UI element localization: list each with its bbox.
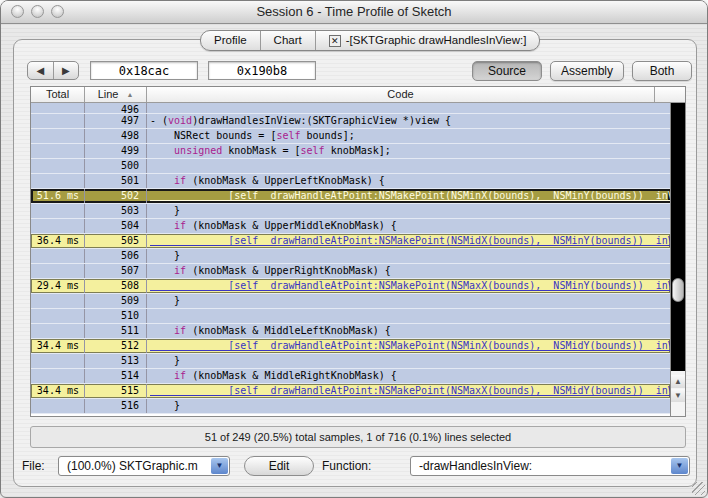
tab-code-browser[interactable]: ✕ -[SKTGraphic drawHandlesInView:] [316, 31, 540, 50]
code-cell: } [147, 204, 670, 218]
code-cell [147, 309, 670, 323]
both-view-button[interactable]: Both [632, 61, 692, 81]
total-cell [31, 204, 85, 218]
code-cell: if (knobMask & MiddleLeftKnobMask) { [147, 324, 670, 338]
tab-profile[interactable]: Profile [201, 31, 261, 50]
code-cell: NSRect bounds = [self bounds]; [147, 129, 670, 143]
table-row[interactable]: 516 } [31, 399, 670, 414]
total-cell [31, 103, 85, 113]
minimize-window-icon[interactable] [31, 5, 44, 18]
table-row[interactable]: 499 unsigned knobMask = [self knobMask]; [31, 144, 670, 159]
resize-grip[interactable] [692, 482, 705, 495]
total-cell [31, 129, 85, 143]
total-cell [31, 264, 85, 278]
line-cell: 501 [85, 174, 147, 188]
code-table-header: Total Line▲ Code [31, 87, 685, 103]
column-header-scrollbar-cap [655, 87, 685, 102]
table-row[interactable]: 510 [31, 309, 670, 324]
table-row[interactable]: 503 } [31, 204, 670, 219]
assembly-view-label: Assembly [561, 64, 613, 78]
table-row[interactable]: 496 [31, 103, 670, 114]
file-popup-arrow-icon: ▼ [211, 458, 228, 474]
line-cell: 505 [85, 234, 147, 248]
code-cell: [self drawHandleAtPoint:NSMakePoint(NSMi… [147, 339, 670, 353]
code-cell: } [147, 249, 670, 263]
content-panel: ◀ ▶ Source Assembly Both Total Line▲ Cod… [13, 39, 697, 487]
close-window-icon[interactable] [11, 5, 24, 18]
table-row[interactable]: 507 if (knobMask & UpperRightKnobMask) { [31, 264, 670, 279]
forward-button[interactable]: ▶ [54, 62, 79, 79]
line-cell: 516 [85, 399, 147, 413]
line-cell: 496 [85, 103, 147, 113]
vertical-scrollbar[interactable]: ▲ ▼ [670, 103, 685, 416]
table-row[interactable]: 514 if (knobMask & MiddleRightKnobMask) … [31, 369, 670, 384]
edit-button[interactable]: Edit [244, 456, 314, 476]
scrollbar-thumb[interactable] [672, 278, 684, 302]
total-cell [31, 324, 85, 338]
table-row[interactable]: 36.4 ms505 [self drawHandleAtPoint:NSMak… [31, 234, 670, 249]
tab-profile-label: Profile [214, 31, 247, 50]
line-cell: 498 [85, 129, 147, 143]
code-cell: unsigned knobMask = [self knobMask]; [147, 144, 670, 158]
code-cell: [self drawHandleAtPoint:NSMakePoint(NSMa… [147, 279, 670, 293]
function-popup-value: -drawHandlesInView: [419, 459, 532, 473]
code-cell: - (void)drawHandlesInView:(SKTGraphicVie… [147, 114, 670, 128]
column-header-total[interactable]: Total [31, 87, 85, 102]
total-cell: 34.4 ms [31, 339, 85, 353]
code-cell: if (knobMask & UpperMiddleKnobMask) { [147, 219, 670, 233]
address-field-end[interactable] [208, 61, 316, 80]
table-row[interactable]: 497- (void)drawHandlesInView:(SKTGraphic… [31, 114, 670, 129]
table-row[interactable]: 34.4 ms512 [self drawHandleAtPoint:NSMak… [31, 339, 670, 354]
table-row[interactable]: 501 if (knobMask & UpperLeftKnobMask) { [31, 174, 670, 189]
table-row[interactable]: 498 NSRect bounds = [self bounds]; [31, 129, 670, 144]
zoom-window-icon[interactable] [51, 5, 64, 18]
back-arrow-icon: ◀ [36, 65, 44, 76]
close-tab-icon[interactable]: ✕ [329, 35, 341, 47]
line-cell: 503 [85, 204, 147, 218]
function-popup[interactable]: -drawHandlesInView: ▼ [410, 456, 690, 476]
code-cell: if (knobMask & UpperLeftKnobMask) { [147, 174, 670, 188]
tab-code-browser-label: -[SKTGraphic drawHandlesInView:] [346, 31, 527, 50]
table-row[interactable]: 509 } [31, 294, 670, 309]
address-field-start[interactable] [90, 61, 198, 80]
line-cell: 508 [85, 279, 147, 293]
column-header-code[interactable]: Code [147, 87, 655, 102]
column-header-line[interactable]: Line▲ [85, 87, 147, 102]
line-cell: 513 [85, 354, 147, 368]
table-row[interactable]: 51.6 ms502 [self drawHandleAtPoint:NSMak… [31, 189, 670, 204]
history-nav: ◀ ▶ [27, 61, 79, 80]
table-row[interactable]: 506 } [31, 249, 670, 264]
file-popup[interactable]: (100.0%) SKTGraphic.m ▼ [58, 456, 230, 476]
table-row[interactable]: 500 [31, 159, 670, 174]
code-cell [147, 103, 670, 113]
total-cell: 29.4 ms [31, 279, 85, 293]
both-view-label: Both [650, 64, 675, 78]
back-button[interactable]: ◀ [28, 62, 54, 79]
code-cell: } [147, 294, 670, 308]
sort-ascending-icon: ▲ [126, 91, 133, 98]
total-cell [31, 399, 85, 413]
status-text: 51 of 249 (20.5%) total samples, 1 of 71… [205, 431, 511, 443]
line-cell: 502 [85, 189, 147, 203]
line-cell: 512 [85, 339, 147, 353]
scrollbar-track[interactable] [671, 103, 685, 371]
table-row[interactable]: 29.4 ms508 [self drawHandleAtPoint:NSMak… [31, 279, 670, 294]
table-row[interactable]: 511 if (knobMask & MiddleLeftKnobMask) { [31, 324, 670, 339]
tab-chart[interactable]: Chart [261, 31, 316, 50]
source-view-button[interactable]: Source [472, 61, 542, 81]
assembly-view-button[interactable]: Assembly [550, 61, 624, 81]
forward-arrow-icon: ▶ [62, 65, 70, 76]
tab-bar: Profile Chart ✕ -[SKTGraphic drawHandles… [200, 30, 540, 51]
function-label: Function: [322, 456, 371, 476]
total-cell [31, 369, 85, 383]
table-row[interactable]: 504 if (knobMask & UpperMiddleKnobMask) … [31, 219, 670, 234]
line-cell: 506 [85, 249, 147, 263]
scroll-down-button[interactable]: ▼ [671, 389, 685, 402]
table-row[interactable]: 513 } [31, 354, 670, 369]
scroll-up-button[interactable]: ▲ [671, 375, 685, 388]
table-row[interactable]: 34.4 ms515 [self drawHandleAtPoint:NSMak… [31, 384, 670, 399]
window-title: Session 6 - Time Profile of Sketch [1, 1, 707, 23]
file-label: File: [22, 456, 45, 476]
app-window: Session 6 - Time Profile of Sketch Profi… [0, 0, 708, 498]
code-table-body: 496497- (void)drawHandlesInView:(SKTGrap… [31, 103, 670, 416]
